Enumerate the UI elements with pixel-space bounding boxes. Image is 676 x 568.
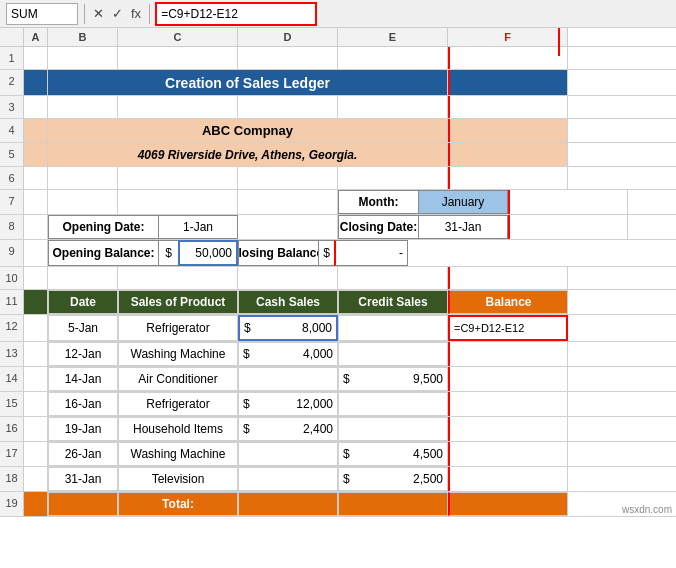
cell-f7[interactable]	[508, 190, 628, 214]
cell-c7[interactable]	[118, 190, 238, 214]
cell-b15[interactable]: 16-Jan	[48, 392, 118, 416]
cell-d7[interactable]	[238, 190, 338, 214]
cell-f2[interactable]	[448, 70, 568, 95]
cell-d15[interactable]: $12,000	[238, 392, 338, 416]
cell-b13[interactable]: 12-Jan	[48, 342, 118, 366]
opening-date-value[interactable]: 1-Jan	[158, 215, 238, 239]
cell-b6[interactable]	[48, 167, 118, 189]
cell-b1[interactable]	[48, 47, 118, 69]
cell-d1[interactable]	[238, 47, 338, 69]
cell-e18[interactable]: $2,500	[338, 467, 448, 491]
cell-c15[interactable]: Refrigerator	[118, 392, 238, 416]
cell-c16[interactable]: Household Items	[118, 417, 238, 441]
cell-c1[interactable]	[118, 47, 238, 69]
cell-a10[interactable]	[24, 267, 48, 289]
title-cell[interactable]: Creation of Sales Ledger	[48, 70, 448, 95]
cell-f16[interactable]	[448, 417, 568, 441]
cell-d10[interactable]	[238, 267, 338, 289]
company-address-cell[interactable]: 4069 Riverside Drive, Athens, Georgia.	[48, 143, 448, 166]
cell-e17[interactable]: $4,500	[338, 442, 448, 466]
company-name-cell[interactable]: ABC Compnay	[48, 119, 448, 142]
cell-b10[interactable]	[48, 267, 118, 289]
cell-f17[interactable]	[448, 442, 568, 466]
cell-a19[interactable]	[24, 492, 48, 516]
cell-c17[interactable]: Washing Machine	[118, 442, 238, 466]
closing-date-value[interactable]: 31-Jan	[418, 215, 508, 239]
cell-c13[interactable]: Washing Machine	[118, 342, 238, 366]
cell-f15[interactable]	[448, 392, 568, 416]
cell-a9[interactable]	[24, 240, 48, 266]
cell-b19[interactable]	[48, 492, 118, 516]
cell-f3[interactable]	[448, 96, 568, 118]
cell-e16[interactable]	[338, 417, 448, 441]
cell-f18[interactable]	[448, 467, 568, 491]
cell-e10[interactable]	[338, 267, 448, 289]
confirm-icon[interactable]: ✓	[110, 6, 125, 21]
cell-d8[interactable]	[238, 215, 338, 239]
cell-a4[interactable]	[24, 119, 48, 142]
cell-b7[interactable]	[48, 190, 118, 214]
cell-c6[interactable]	[118, 167, 238, 189]
cell-a8[interactable]	[24, 215, 48, 239]
cell-b18[interactable]: 31-Jan	[48, 467, 118, 491]
cell-d19[interactable]	[238, 492, 338, 516]
opening-balance-value[interactable]: 50,000	[178, 240, 238, 266]
cell-f14[interactable]	[448, 367, 568, 391]
cell-e14[interactable]: $9,500	[338, 367, 448, 391]
cell-b12[interactable]: 5-Jan	[48, 315, 118, 341]
cell-c10[interactable]	[118, 267, 238, 289]
cell-a14[interactable]	[24, 367, 48, 391]
cell-a16[interactable]	[24, 417, 48, 441]
cell-a11[interactable]	[24, 290, 48, 314]
name-box[interactable]: SUM	[6, 3, 78, 25]
cell-a12[interactable]	[24, 315, 48, 341]
cell-d17[interactable]	[238, 442, 338, 466]
fx-icon[interactable]: fx	[129, 6, 143, 21]
cell-f13[interactable]	[448, 342, 568, 366]
cell-d18[interactable]	[238, 467, 338, 491]
cell-f12[interactable]: =C9+D12-E12	[448, 315, 568, 341]
cell-c3[interactable]	[118, 96, 238, 118]
cell-d12[interactable]: $8,000	[238, 315, 338, 341]
cell-f10[interactable]	[448, 267, 568, 289]
cell-a1[interactable]	[24, 47, 48, 69]
cell-c12[interactable]: Refrigerator	[118, 315, 238, 341]
cell-b16[interactable]: 19-Jan	[48, 417, 118, 441]
cell-c18[interactable]: Television	[118, 467, 238, 491]
cell-e15[interactable]	[338, 392, 448, 416]
cell-a3[interactable]	[24, 96, 48, 118]
cell-e1[interactable]	[338, 47, 448, 69]
cell-f6[interactable]	[448, 167, 568, 189]
cell-d14[interactable]	[238, 367, 338, 391]
cell-e12[interactable]	[338, 315, 448, 341]
cell-d6[interactable]	[238, 167, 338, 189]
cell-d3[interactable]	[238, 96, 338, 118]
cell-e6[interactable]	[338, 167, 448, 189]
cell-e3[interactable]	[338, 96, 448, 118]
cell-b17[interactable]: 26-Jan	[48, 442, 118, 466]
cell-a17[interactable]	[24, 442, 48, 466]
cell-a2[interactable]	[24, 70, 48, 95]
closing-balance-value[interactable]: -	[334, 240, 408, 266]
cell-f8[interactable]	[508, 215, 628, 239]
cell-a13[interactable]	[24, 342, 48, 366]
cell-d13[interactable]: $4,000	[238, 342, 338, 366]
cancel-icon[interactable]: ✕	[91, 6, 106, 21]
cell-d16[interactable]: $2,400	[238, 417, 338, 441]
cell-a6[interactable]	[24, 167, 48, 189]
cell-a7[interactable]	[24, 190, 48, 214]
cell-c14[interactable]: Air Conditioner	[118, 367, 238, 391]
cell-b3[interactable]	[48, 96, 118, 118]
cell-e13[interactable]	[338, 342, 448, 366]
cell-a18[interactable]	[24, 467, 48, 491]
cell-a15[interactable]	[24, 392, 48, 416]
cell-f4[interactable]	[448, 119, 568, 142]
cell-f1[interactable]	[448, 47, 568, 69]
cell-b14[interactable]: 14-Jan	[48, 367, 118, 391]
formula-bar[interactable]: =C9+D12-E12	[156, 3, 316, 25]
cell-f5[interactable]	[448, 143, 568, 166]
cell-a5[interactable]	[24, 143, 48, 166]
month-value[interactable]: January	[418, 190, 508, 214]
cell-e19[interactable]	[338, 492, 448, 516]
cell-f19[interactable]	[448, 492, 568, 516]
